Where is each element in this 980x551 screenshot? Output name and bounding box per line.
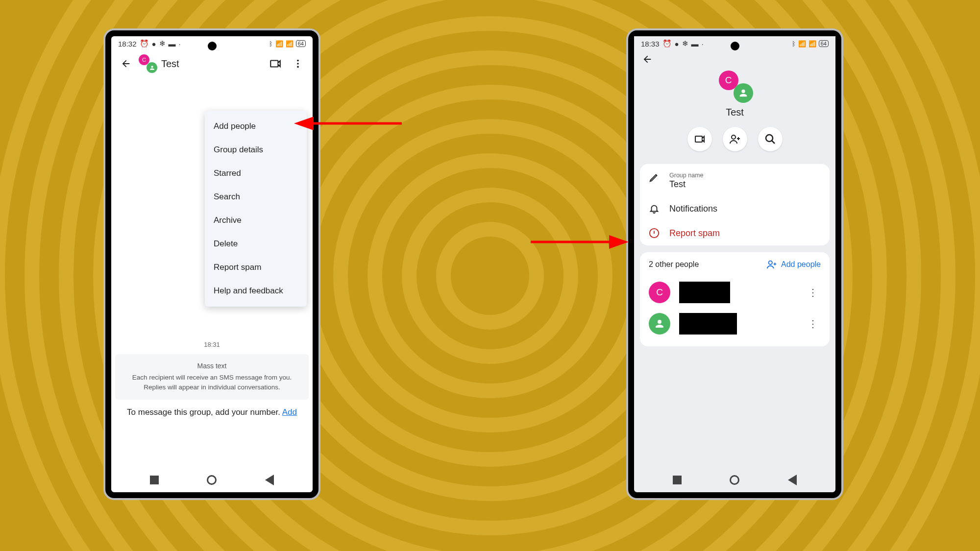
group-details-header: C Test — [634, 67, 835, 164]
add-people-button[interactable] — [723, 127, 747, 151]
more-options-button[interactable] — [289, 55, 307, 72]
cta-text: To message this group, add your number. — [127, 407, 282, 417]
details-body: Group name Test Notifications Report spa… — [634, 164, 835, 468]
battery-icon: 64 — [819, 40, 829, 47]
signal-icon: 📶 — [275, 40, 283, 48]
info-line-2: Replies will appear in individual conver… — [124, 383, 300, 392]
svg-point-0 — [297, 60, 299, 62]
bar-icon: ▬ — [169, 40, 176, 48]
overflow-menu: Add people Group details Starred Search … — [205, 111, 307, 307]
alert-circle-icon — [649, 228, 660, 239]
alarm-icon: ⏰ — [140, 39, 149, 48]
avatar-green-icon — [734, 83, 753, 103]
menu-delete[interactable]: Delete — [205, 232, 307, 256]
svg-marker-8 — [294, 117, 314, 130]
video-call-button[interactable] — [267, 55, 284, 72]
avatar-green-icon — [147, 62, 157, 73]
action-row — [634, 127, 835, 151]
more-icon: · — [179, 40, 181, 48]
redacted-name — [679, 313, 737, 335]
recents-button[interactable] — [150, 476, 159, 484]
add-people-link[interactable]: Add people — [766, 259, 821, 270]
arrow-annotation-icon — [528, 232, 631, 252]
group-name-value: Test — [669, 179, 703, 190]
camera-hole-icon — [731, 42, 739, 50]
redacted-name — [679, 282, 730, 303]
menu-search[interactable]: Search — [205, 185, 307, 209]
avatar-green-icon — [649, 313, 670, 335]
bar-icon: ▬ — [691, 40, 699, 48]
status-time: 18:32 — [118, 40, 137, 48]
bluetooth-icon: ᛒ — [792, 40, 796, 48]
video-call-button[interactable] — [687, 127, 712, 151]
dot-icon: ● — [152, 40, 156, 48]
add-number-link[interactable]: Add — [282, 407, 297, 417]
android-back-button[interactable] — [265, 475, 274, 485]
app-bar: C Test — [111, 51, 313, 76]
info-line-1: Each recipient will receive an SMS messa… — [124, 373, 300, 383]
alarm-icon: ⏰ — [662, 39, 672, 48]
arrow-annotation-icon — [292, 114, 404, 133]
person-add-icon — [766, 259, 777, 270]
status-time: 18:33 — [641, 40, 660, 48]
more-icon: · — [702, 40, 704, 48]
add-number-prompt: To message this group, add your number. … — [118, 407, 306, 417]
person-more-button[interactable]: ⋮ — [805, 318, 821, 330]
person-row[interactable]: ⋮ — [649, 308, 821, 339]
edit-icon — [649, 172, 660, 183]
people-count: 2 other people — [649, 260, 699, 269]
avatar-pink-icon: C — [649, 282, 670, 303]
svg-point-4 — [766, 135, 773, 142]
menu-help-feedback[interactable]: Help and feedback — [205, 279, 307, 303]
settings-card: Group name Test Notifications Report spa… — [640, 164, 830, 245]
group-name-label: Group name — [669, 172, 703, 179]
svg-point-3 — [732, 135, 735, 139]
people-card: 2 other people Add people C ⋮ ⋮ — [640, 252, 830, 346]
bell-icon — [649, 203, 660, 214]
snow-icon: ❄ — [159, 39, 166, 48]
android-nav-bar — [111, 471, 313, 489]
group-name-row[interactable]: Group name Test — [640, 164, 830, 196]
signal-icon: 📶 — [798, 40, 806, 48]
phone-left: 18:32 ⏰ ● ❄ ▬ · ᛒ 📶 📶 64 C Test Add peop… — [105, 30, 318, 498]
svg-point-1 — [297, 63, 299, 65]
phone-right: 18:33 ⏰ ● ❄ ▬ · ᛒ 📶 📶 64 C Test — [628, 30, 841, 498]
menu-starred[interactable]: Starred — [205, 162, 307, 185]
back-button[interactable] — [117, 55, 135, 72]
person-row[interactable]: C ⋮ — [649, 277, 821, 308]
home-button[interactable] — [730, 475, 739, 485]
wifi-icon: 📶 — [808, 40, 816, 48]
notifications-label: Notifications — [669, 204, 717, 214]
recents-button[interactable] — [673, 476, 682, 484]
chat-title[interactable]: Test — [161, 58, 262, 70]
battery-icon: 64 — [296, 40, 306, 47]
add-people-text: Add people — [781, 260, 821, 269]
home-button[interactable] — [207, 475, 217, 485]
back-button[interactable] — [640, 52, 655, 67]
dot-icon: ● — [675, 40, 679, 48]
svg-marker-10 — [609, 235, 629, 249]
svg-point-6 — [769, 261, 772, 264]
wifi-icon: 📶 — [286, 40, 294, 48]
group-avatar-large: C — [721, 72, 749, 101]
camera-hole-icon — [208, 42, 217, 50]
report-spam-row[interactable]: Report spam — [640, 221, 830, 245]
message-timestamp: 18:31 — [111, 341, 313, 348]
android-back-button[interactable] — [788, 475, 797, 485]
mass-text-info: Mass text Each recipient will receive an… — [115, 354, 309, 400]
info-title: Mass text — [124, 361, 300, 371]
bluetooth-icon: ᛒ — [269, 40, 273, 48]
group-title: Test — [634, 107, 835, 118]
svg-point-2 — [297, 66, 299, 68]
menu-archive[interactable]: Archive — [205, 209, 307, 232]
android-nav-bar — [634, 471, 835, 489]
search-button[interactable] — [758, 127, 783, 151]
group-avatar: C — [140, 55, 156, 72]
snow-icon: ❄ — [682, 39, 688, 48]
report-spam-label: Report spam — [669, 228, 720, 239]
notifications-row[interactable]: Notifications — [640, 196, 830, 221]
menu-report-spam[interactable]: Report spam — [205, 256, 307, 279]
menu-group-details[interactable]: Group details — [205, 138, 307, 162]
person-more-button[interactable]: ⋮ — [805, 287, 821, 298]
